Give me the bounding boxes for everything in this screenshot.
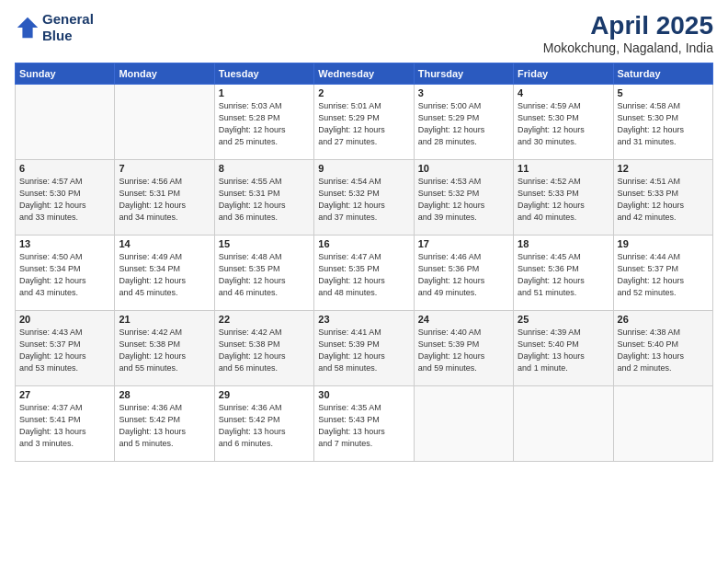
calendar-cell (613, 386, 712, 462)
day-info: Sunrise: 4:48 AM Sunset: 5:35 PM Dayligh… (219, 251, 310, 299)
day-number: 4 (518, 87, 609, 98)
day-number: 28 (119, 389, 210, 400)
day-info: Sunrise: 4:36 AM Sunset: 5:42 PM Dayligh… (119, 402, 210, 450)
day-info: Sunrise: 4:35 AM Sunset: 5:43 PM Dayligh… (318, 402, 409, 450)
calendar-cell: 25Sunrise: 4:39 AM Sunset: 5:40 PM Dayli… (514, 311, 613, 386)
day-number: 16 (318, 238, 409, 249)
day-number: 30 (318, 389, 409, 400)
logo: General Blue (15, 11, 94, 44)
day-number: 11 (518, 163, 609, 174)
day-info: Sunrise: 4:36 AM Sunset: 5:42 PM Dayligh… (219, 402, 310, 450)
day-info: Sunrise: 4:44 AM Sunset: 5:37 PM Dayligh… (618, 251, 709, 299)
calendar-cell: 2Sunrise: 5:01 AM Sunset: 5:29 PM Daylig… (314, 85, 414, 160)
calendar-cell: 27Sunrise: 4:37 AM Sunset: 5:41 PM Dayli… (16, 386, 115, 462)
calendar-cell: 16Sunrise: 4:47 AM Sunset: 5:35 PM Dayli… (314, 236, 414, 311)
calendar-cell (16, 85, 115, 160)
day-number: 12 (618, 163, 709, 174)
day-number: 7 (119, 163, 210, 174)
title-block: April 2025 Mokokchung, Nagaland, India (543, 11, 713, 55)
calendar-cell: 1Sunrise: 5:03 AM Sunset: 5:28 PM Daylig… (214, 85, 313, 160)
day-info: Sunrise: 4:49 AM Sunset: 5:34 PM Dayligh… (119, 251, 210, 299)
calendar-cell: 21Sunrise: 4:42 AM Sunset: 5:38 PM Dayli… (115, 311, 214, 386)
day-info: Sunrise: 4:52 AM Sunset: 5:33 PM Dayligh… (518, 176, 609, 224)
day-number: 29 (219, 389, 310, 400)
calendar-table: SundayMondayTuesdayWednesdayThursdayFrid… (15, 63, 713, 462)
calendar-cell: 23Sunrise: 4:41 AM Sunset: 5:39 PM Dayli… (314, 311, 414, 386)
day-info: Sunrise: 4:55 AM Sunset: 5:31 PM Dayligh… (219, 176, 310, 224)
day-number: 9 (318, 163, 409, 174)
page: General Blue April 2025 Mokokchung, Naga… (0, 0, 728, 563)
day-number: 17 (418, 238, 509, 249)
calendar-cell: 8Sunrise: 4:55 AM Sunset: 5:31 PM Daylig… (214, 160, 313, 236)
day-number: 19 (618, 238, 709, 249)
calendar-cell: 28Sunrise: 4:36 AM Sunset: 5:42 PM Dayli… (115, 386, 214, 462)
day-number: 18 (518, 238, 609, 249)
location-title: Mokokchung, Nagaland, India (543, 40, 713, 55)
day-number: 15 (219, 238, 310, 249)
calendar-cell: 11Sunrise: 4:52 AM Sunset: 5:33 PM Dayli… (514, 160, 613, 236)
calendar-cell: 4Sunrise: 4:59 AM Sunset: 5:30 PM Daylig… (514, 85, 613, 160)
day-info: Sunrise: 4:45 AM Sunset: 5:36 PM Dayligh… (518, 251, 609, 299)
day-number: 10 (418, 163, 509, 174)
calendar-cell: 18Sunrise: 4:45 AM Sunset: 5:36 PM Dayli… (514, 236, 613, 311)
day-info: Sunrise: 4:51 AM Sunset: 5:33 PM Dayligh… (618, 176, 709, 224)
svg-marker-0 (17, 17, 38, 38)
day-number: 23 (318, 314, 409, 325)
day-number: 20 (19, 314, 110, 325)
calendar-cell: 29Sunrise: 4:36 AM Sunset: 5:42 PM Dayli… (214, 386, 313, 462)
column-header-sunday: Sunday (16, 63, 115, 85)
day-info: Sunrise: 4:59 AM Sunset: 5:30 PM Dayligh… (518, 100, 609, 148)
calendar-cell: 10Sunrise: 4:53 AM Sunset: 5:32 PM Dayli… (414, 160, 513, 236)
day-info: Sunrise: 4:47 AM Sunset: 5:35 PM Dayligh… (318, 251, 409, 299)
column-header-friday: Friday (514, 63, 613, 85)
logo-text: General Blue (42, 11, 94, 44)
column-header-thursday: Thursday (414, 63, 513, 85)
day-info: Sunrise: 4:38 AM Sunset: 5:40 PM Dayligh… (618, 327, 709, 374)
calendar-cell: 9Sunrise: 4:54 AM Sunset: 5:32 PM Daylig… (314, 160, 414, 236)
calendar-cell: 5Sunrise: 4:58 AM Sunset: 5:30 PM Daylig… (613, 85, 712, 160)
column-header-saturday: Saturday (613, 63, 712, 85)
day-info: Sunrise: 4:41 AM Sunset: 5:39 PM Dayligh… (318, 327, 409, 374)
calendar-header-row: SundayMondayTuesdayWednesdayThursdayFrid… (16, 63, 713, 85)
calendar-cell: 3Sunrise: 5:00 AM Sunset: 5:29 PM Daylig… (414, 85, 513, 160)
header: General Blue April 2025 Mokokchung, Naga… (15, 11, 713, 55)
day-info: Sunrise: 5:01 AM Sunset: 5:29 PM Dayligh… (318, 100, 409, 148)
day-number: 24 (418, 314, 509, 325)
day-info: Sunrise: 4:37 AM Sunset: 5:41 PM Dayligh… (19, 402, 110, 450)
day-number: 14 (119, 238, 210, 249)
calendar-cell: 30Sunrise: 4:35 AM Sunset: 5:43 PM Dayli… (314, 386, 414, 462)
calendar-cell: 20Sunrise: 4:43 AM Sunset: 5:37 PM Dayli… (16, 311, 115, 386)
day-number: 2 (318, 87, 409, 98)
column-header-tuesday: Tuesday (214, 63, 313, 85)
calendar-cell: 6Sunrise: 4:57 AM Sunset: 5:30 PM Daylig… (16, 160, 115, 236)
column-header-wednesday: Wednesday (314, 63, 414, 85)
day-number: 8 (219, 163, 310, 174)
day-number: 26 (618, 314, 709, 325)
day-number: 5 (618, 87, 709, 98)
calendar-cell: 19Sunrise: 4:44 AM Sunset: 5:37 PM Dayli… (613, 236, 712, 311)
day-info: Sunrise: 4:54 AM Sunset: 5:32 PM Dayligh… (318, 176, 409, 224)
calendar-cell: 24Sunrise: 4:40 AM Sunset: 5:39 PM Dayli… (414, 311, 513, 386)
day-info: Sunrise: 4:57 AM Sunset: 5:30 PM Dayligh… (19, 176, 110, 224)
calendar-week-row: 20Sunrise: 4:43 AM Sunset: 5:37 PM Dayli… (16, 311, 713, 386)
day-info: Sunrise: 4:56 AM Sunset: 5:31 PM Dayligh… (119, 176, 210, 224)
calendar-cell: 26Sunrise: 4:38 AM Sunset: 5:40 PM Dayli… (613, 311, 712, 386)
day-number: 6 (19, 163, 110, 174)
day-number: 27 (19, 389, 110, 400)
calendar-week-row: 13Sunrise: 4:50 AM Sunset: 5:34 PM Dayli… (16, 236, 713, 311)
calendar-cell: 12Sunrise: 4:51 AM Sunset: 5:33 PM Dayli… (613, 160, 712, 236)
column-header-monday: Monday (115, 63, 214, 85)
calendar-cell: 17Sunrise: 4:46 AM Sunset: 5:36 PM Dayli… (414, 236, 513, 311)
calendar-cell: 7Sunrise: 4:56 AM Sunset: 5:31 PM Daylig… (115, 160, 214, 236)
calendar-cell (414, 386, 513, 462)
day-info: Sunrise: 4:43 AM Sunset: 5:37 PM Dayligh… (19, 327, 110, 374)
day-info: Sunrise: 4:53 AM Sunset: 5:32 PM Dayligh… (418, 176, 509, 224)
day-info: Sunrise: 4:50 AM Sunset: 5:34 PM Dayligh… (19, 251, 110, 299)
calendar-cell: 14Sunrise: 4:49 AM Sunset: 5:34 PM Dayli… (115, 236, 214, 311)
day-info: Sunrise: 4:46 AM Sunset: 5:36 PM Dayligh… (418, 251, 509, 299)
day-info: Sunrise: 4:42 AM Sunset: 5:38 PM Dayligh… (219, 327, 310, 374)
day-number: 1 (219, 87, 310, 98)
day-info: Sunrise: 4:42 AM Sunset: 5:38 PM Dayligh… (119, 327, 210, 374)
calendar-cell (514, 386, 613, 462)
calendar-week-row: 27Sunrise: 4:37 AM Sunset: 5:41 PM Dayli… (16, 386, 713, 462)
